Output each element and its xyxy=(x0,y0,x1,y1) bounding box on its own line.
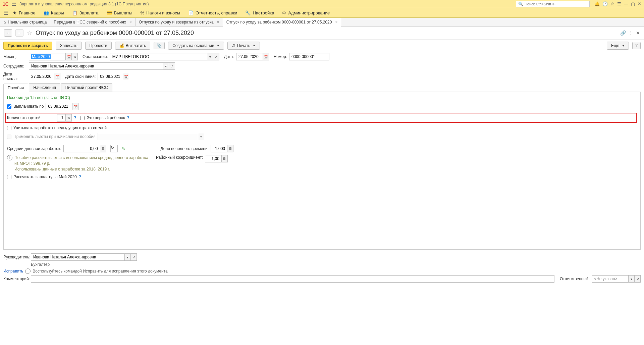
children-count-input[interactable] xyxy=(57,114,66,121)
nav-menu-icon[interactable]: ☰ xyxy=(3,10,8,16)
open-ref-icon[interactable]: ↗ xyxy=(635,275,641,283)
fix-link[interactable]: Исправить xyxy=(3,269,23,274)
tab-accruals[interactable]: Начисления xyxy=(29,83,60,92)
pay-until-input-group: 📅 xyxy=(46,103,78,110)
spin-icon[interactable]: ⇅ xyxy=(66,114,72,121)
responsible-label: Ответственный: xyxy=(560,277,590,281)
window-title: Зарплата и управление персоналом, редакц… xyxy=(19,2,516,6)
pencil-icon[interactable]: ✎ xyxy=(122,146,125,151)
help-icon[interactable]: ? xyxy=(79,175,81,179)
gear-icon: ⚙ xyxy=(282,10,286,15)
close-icon[interactable]: × xyxy=(217,20,219,24)
nav-taxes[interactable]: %Налоги и взносы xyxy=(140,10,180,15)
calendar-icon[interactable]: 📅 xyxy=(72,103,78,110)
dropdown-icon[interactable]: ▾ xyxy=(163,62,169,70)
calc-icon[interactable]: 🖩 xyxy=(100,145,106,152)
back-button[interactable]: ← xyxy=(4,29,12,37)
tab-benefits[interactable]: Пособия xyxy=(3,84,28,92)
nav-payments[interactable]: 💳Выплаты xyxy=(107,10,132,15)
print-button[interactable]: 🖨Печать▼ xyxy=(227,42,260,50)
close-icon[interactable]: × xyxy=(129,20,132,24)
calc-icon[interactable]: 🖩 xyxy=(222,155,228,162)
bell-icon[interactable]: 🔔 xyxy=(594,1,600,6)
responsible-input[interactable] xyxy=(592,275,629,283)
tab-fss-transfer[interactable]: Передача в ФСС сведений о пособиях × xyxy=(50,18,135,26)
tab-pilot-fss[interactable]: Пилотный проект ФСС xyxy=(61,83,112,92)
month-input[interactable]: Май 2020 xyxy=(29,53,66,60)
app-logo: 1C xyxy=(3,1,9,7)
attach-button[interactable]: 📎 xyxy=(154,42,165,49)
create-based-button[interactable]: Создать на основании▼ xyxy=(168,42,224,50)
accountant-link[interactable]: Бухгалтер xyxy=(31,262,50,267)
tab-current-doc[interactable]: Отпуск по уходу за ребенком 0000-000001 … xyxy=(223,18,341,27)
calc-icon[interactable]: 🖩 xyxy=(227,145,233,152)
dropdown-icon[interactable]: ▾ xyxy=(125,253,131,261)
minimize-icon[interactable]: — xyxy=(624,1,628,6)
favorite-icon[interactable]: ☆ xyxy=(27,29,32,37)
more-vert-icon[interactable]: ⋮ xyxy=(629,30,633,36)
nav-personnel[interactable]: 👥Кадры xyxy=(44,10,64,15)
more-button[interactable]: Еще▼ xyxy=(607,42,629,50)
refresh-icon[interactable]: ↻ xyxy=(110,145,118,152)
prev-employer-checkbox[interactable] xyxy=(7,126,11,130)
calendar-icon[interactable]: 📅 xyxy=(54,73,60,80)
help-icon[interactable]: ? xyxy=(127,115,129,120)
help-button[interactable]: ? xyxy=(632,42,641,49)
history-icon[interactable]: 🕐 xyxy=(602,1,608,6)
search-input[interactable] xyxy=(525,2,587,6)
region-coef-input-group: 🖩 xyxy=(205,155,228,162)
pay-until-checkbox[interactable] xyxy=(7,104,11,109)
comment-label: Комментарий: xyxy=(3,277,29,281)
nav-salary[interactable]: 📋Зарплата xyxy=(72,10,99,15)
post-close-button[interactable]: Провести и закрыть xyxy=(3,42,52,50)
tab-leaves-list[interactable]: Отпуска по уходу и возвраты из отпуска × xyxy=(136,18,223,26)
end-date-input[interactable] xyxy=(98,73,123,80)
avg-daily-label: Средний дневной заработок: xyxy=(7,146,61,151)
date-input-group: 📅 xyxy=(236,53,269,60)
date-input[interactable] xyxy=(236,53,263,60)
manager-input[interactable] xyxy=(31,253,125,261)
nav-admin[interactable]: ⚙Администрирование xyxy=(282,10,330,15)
org-input[interactable] xyxy=(110,53,207,60)
open-ref-icon[interactable]: ↗ xyxy=(213,53,219,60)
close-doc-icon[interactable]: ✕ xyxy=(636,30,640,36)
help-icon[interactable]: ? xyxy=(74,115,76,120)
start-date-input[interactable] xyxy=(29,73,54,80)
nav-home[interactable]: ★Главное xyxy=(13,10,36,15)
spin-icon[interactable]: ⇅ xyxy=(72,53,78,60)
comment-input[interactable] xyxy=(31,275,554,283)
post-button[interactable]: Провести xyxy=(85,42,112,50)
forward-button[interactable]: → xyxy=(15,29,23,37)
star-icon[interactable]: ☆ xyxy=(610,1,614,6)
calendar-icon[interactable]: 📅 xyxy=(66,53,72,60)
calendar-icon[interactable]: 📅 xyxy=(263,53,269,60)
save-button[interactable]: Записать xyxy=(56,42,82,50)
print-icon: 🖨 xyxy=(232,43,236,48)
part-time-input[interactable] xyxy=(211,145,227,152)
avg-daily-input[interactable] xyxy=(63,145,100,152)
employee-input[interactable] xyxy=(29,62,163,70)
recalc-salary-checkbox[interactable] xyxy=(7,175,11,179)
nav-reports[interactable]: 📄Отчетность, справки xyxy=(188,10,237,15)
settings-icon[interactable]: ☰ xyxy=(617,1,621,6)
first-child-checkbox[interactable] xyxy=(80,116,85,120)
dropdown-icon[interactable]: ▾ xyxy=(207,53,213,60)
wrench-icon: 🔧 xyxy=(245,10,251,15)
global-search[interactable]: 🔍 xyxy=(516,1,590,7)
maximize-icon[interactable]: ▢ xyxy=(631,1,635,6)
dropdown-icon[interactable]: ▾ xyxy=(629,275,635,283)
link-icon[interactable]: 🔗 xyxy=(620,30,626,36)
number-input[interactable] xyxy=(289,53,329,60)
pay-button[interactable]: 💰Выплатить xyxy=(115,42,151,50)
close-window-icon[interactable]: ✕ xyxy=(638,1,641,6)
hamburger-icon[interactable]: ☰ xyxy=(11,1,16,7)
region-coef-input[interactable] xyxy=(205,155,222,162)
close-icon[interactable]: × xyxy=(335,20,337,24)
tab-start-page[interactable]: ⌂ Начальная страница xyxy=(0,18,50,26)
pay-until-input[interactable] xyxy=(46,103,72,110)
calendar-icon[interactable]: 📅 xyxy=(123,73,129,80)
children-count-row: Количество детей: ⇅ ? Это первый ребенок… xyxy=(5,113,637,123)
open-ref-icon[interactable]: ↗ xyxy=(169,62,175,70)
open-ref-icon[interactable]: ↗ xyxy=(131,253,137,261)
nav-settings[interactable]: 🔧Настройка xyxy=(245,10,274,15)
